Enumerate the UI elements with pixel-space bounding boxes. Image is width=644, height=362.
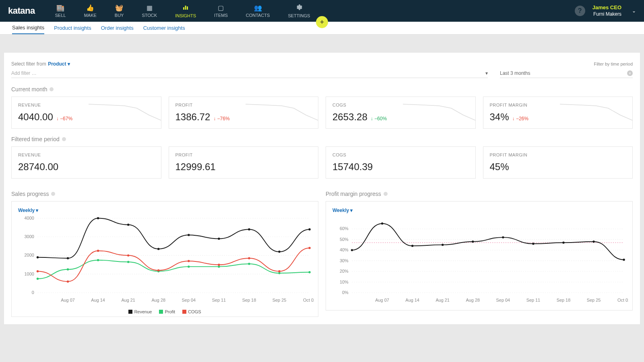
- svg-text:2000: 2000: [25, 253, 34, 257]
- chevron-down-icon[interactable]: ⌄: [632, 8, 636, 14]
- kpi-profit-margin: PROFIT MARGIN34%↓ −26%: [483, 97, 633, 129]
- svg-text:Aug 21: Aug 21: [436, 298, 449, 302]
- svg-point-25: [127, 224, 129, 226]
- tab-customer-insights[interactable]: Customer insights: [143, 22, 185, 34]
- svg-rect-1: [185, 6, 186, 10]
- svg-point-32: [37, 278, 39, 280]
- add-filter-input[interactable]: Add filter … ▾: [11, 69, 488, 78]
- nav-sell[interactable]: 🏬SELL: [55, 4, 66, 18]
- svg-point-37: [188, 265, 190, 267]
- svg-point-29: [248, 228, 250, 230]
- svg-point-79: [442, 244, 444, 246]
- kpi-row-filtered: REVENUE28740.00PROFIT12999.61COGS15740.3…: [11, 146, 633, 179]
- nav-insights[interactable]: INSIGHTS: [175, 4, 196, 18]
- kpi-profit: PROFIT1386.72↓ −76%: [169, 97, 319, 129]
- filter-select-dropdown[interactable]: Product ▾: [48, 61, 70, 67]
- svg-point-35: [127, 261, 129, 263]
- filter-select-label: Select filter from: [11, 61, 46, 67]
- svg-text:4000: 4000: [25, 216, 34, 220]
- svg-point-76: [351, 249, 353, 251]
- nav-contacts[interactable]: 👥CONTACTS: [246, 4, 270, 18]
- svg-text:Sep 25: Sep 25: [272, 298, 286, 302]
- svg-point-51: [308, 247, 310, 249]
- svg-point-41: [308, 271, 310, 273]
- time-filter-label: Filter by time period: [594, 62, 633, 66]
- svg-text:Sep 04: Sep 04: [496, 298, 510, 302]
- caret-down-icon: ▾: [68, 61, 70, 67]
- tab-sales-insights[interactable]: Sales insights: [12, 22, 44, 34]
- kpi-profit: PROFIT12999.61: [169, 146, 319, 179]
- nav-make[interactable]: 👍MAKE: [84, 4, 97, 18]
- svg-text:Sep 04: Sep 04: [182, 298, 196, 302]
- svg-point-26: [157, 248, 159, 250]
- info-icon: [51, 192, 55, 196]
- svg-text:Sep 11: Sep 11: [526, 298, 540, 302]
- kpi-revenue: REVENUE4040.00↓ −67%: [11, 97, 161, 129]
- svg-point-34: [97, 259, 99, 261]
- svg-point-30: [278, 251, 280, 253]
- caret-down-icon: ▾: [36, 208, 38, 213]
- svg-text:50%: 50%: [340, 237, 349, 242]
- svg-text:0%: 0%: [342, 290, 349, 295]
- nav-stock[interactable]: ▦STOCK: [142, 4, 157, 18]
- user-menu[interactable]: James CEO Furni Makers: [592, 4, 621, 17]
- nav-buy[interactable]: 🧺BUY: [115, 4, 124, 18]
- svg-point-45: [127, 254, 129, 256]
- svg-point-50: [278, 270, 280, 272]
- kpi-cogs: COGS15740.39: [326, 146, 476, 179]
- svg-point-82: [532, 243, 534, 245]
- caret-down-icon: ▾: [350, 208, 353, 213]
- kpi-row-current: REVENUE4040.00↓ −67%PROFIT1386.72↓ −76%C…: [11, 97, 633, 129]
- clear-icon[interactable]: ×: [627, 70, 633, 76]
- svg-rect-2: [187, 6, 188, 10]
- info-icon: [384, 192, 388, 196]
- legend-revenue: Revenue: [128, 309, 152, 314]
- svg-text:Aug 21: Aug 21: [121, 298, 135, 302]
- svg-text:Aug 07: Aug 07: [61, 298, 74, 302]
- margin-progress-chart: Weekly ▾ 0%10%20%30%40%50%60%Aug 07Aug 1…: [326, 201, 633, 311]
- tab-product-insights[interactable]: Product insights: [54, 22, 91, 34]
- basket-icon: 🧺: [115, 4, 123, 12]
- svg-point-28: [218, 238, 220, 240]
- margin-interval-dropdown[interactable]: Weekly ▾: [330, 207, 355, 214]
- time-filter-input[interactable]: Last 3 months ×: [500, 69, 633, 78]
- tab-order-insights[interactable]: Order insights: [101, 22, 134, 34]
- svg-point-81: [502, 236, 504, 238]
- storefront-icon: 🏬: [56, 4, 64, 12]
- nav-settings[interactable]: SETTINGS: [288, 4, 310, 18]
- svg-text:0: 0: [32, 290, 34, 295]
- svg-point-27: [188, 234, 190, 236]
- svg-point-43: [67, 280, 69, 282]
- svg-point-23: [67, 257, 69, 259]
- svg-point-48: [218, 264, 220, 266]
- kpi-cogs: COGS2653.28↓ −60%: [326, 97, 476, 129]
- svg-text:Sep 18: Sep 18: [557, 298, 570, 302]
- svg-text:1000: 1000: [25, 272, 34, 276]
- kpi-revenue: REVENUE28740.00: [11, 146, 161, 179]
- svg-point-83: [562, 242, 564, 244]
- grid-icon: ▦: [147, 4, 153, 12]
- help-icon[interactable]: ?: [575, 6, 585, 16]
- chart-icon: [182, 4, 189, 12]
- svg-text:Aug 14: Aug 14: [91, 298, 105, 302]
- svg-point-22: [37, 256, 39, 258]
- svg-text:40%: 40%: [340, 247, 349, 252]
- box-icon: ▢: [218, 4, 224, 12]
- svg-point-47: [188, 260, 190, 262]
- sales-legend: RevenueProfitCOGS: [16, 309, 314, 314]
- svg-text:Oct 02: Oct 02: [617, 298, 628, 302]
- info-icon: [50, 87, 54, 91]
- nav-items[interactable]: ▢ITEMS: [214, 4, 228, 18]
- add-button[interactable]: +: [316, 16, 328, 28]
- svg-text:20%: 20%: [340, 269, 349, 274]
- svg-point-46: [157, 269, 159, 271]
- caret-down-icon: ▾: [485, 70, 488, 76]
- svg-point-44: [97, 250, 99, 252]
- sales-interval-dropdown[interactable]: Weekly ▾: [16, 207, 41, 214]
- kpi-profit-margin: PROFIT MARGIN45%: [483, 146, 633, 179]
- gear-icon: [296, 4, 302, 12]
- svg-point-49: [248, 257, 250, 259]
- legend-cogs: COGS: [182, 309, 201, 314]
- svg-point-31: [308, 228, 310, 230]
- svg-text:30%: 30%: [340, 258, 349, 263]
